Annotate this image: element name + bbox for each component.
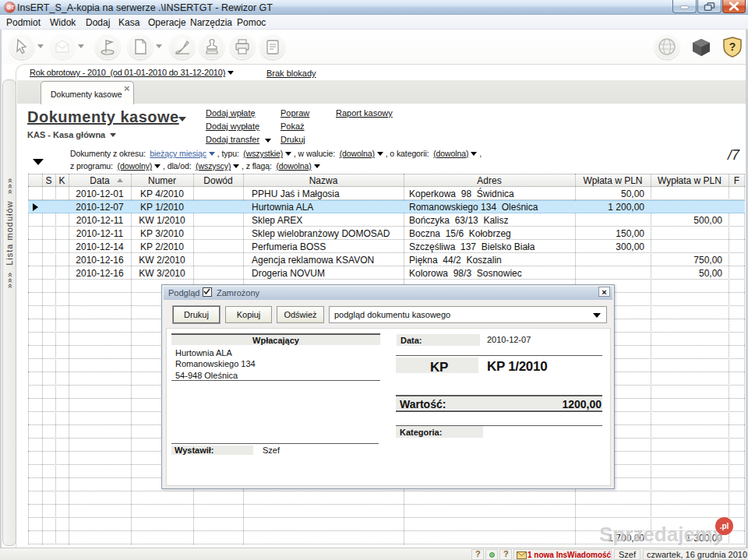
svg-text:?: ? xyxy=(729,41,736,53)
